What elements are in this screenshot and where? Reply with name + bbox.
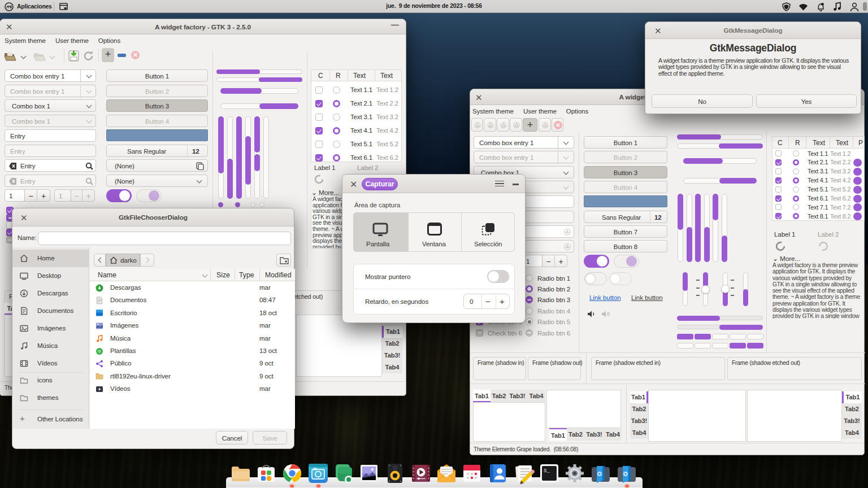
svg-text:S_: S_ — [544, 468, 550, 474]
